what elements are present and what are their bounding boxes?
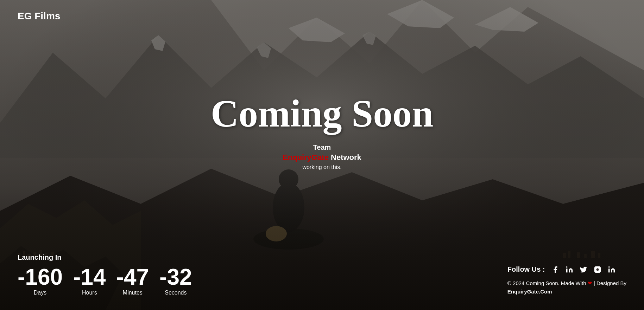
header: EG Films <box>0 0 644 32</box>
working-text: working on this. <box>302 164 341 170</box>
network-line: EnquiryGate Network <box>283 153 361 162</box>
social-area: Follow Us : <box>507 265 626 296</box>
brand-white-text: Network <box>329 153 361 162</box>
seconds-label: Seconds <box>165 290 187 296</box>
heart-icon: ❤ <box>588 280 592 286</box>
twitter-icon[interactable] <box>580 266 587 273</box>
hours-label: Hours <box>82 290 97 296</box>
svg-point-31 <box>566 266 567 267</box>
page-title: Coming Soon <box>211 94 434 133</box>
days-value: -160 <box>18 266 63 288</box>
linkedin2-icon[interactable] <box>608 266 615 273</box>
copyright-line1: © 2024 Coming Soon. Made With ❤ | Design… <box>507 280 626 286</box>
team-label: Team <box>313 143 331 151</box>
follow-label: Follow Us : <box>507 265 545 273</box>
copyright-prefix: © 2024 Coming Soon. Made With <box>507 280 586 286</box>
bottom-section: Launching In -160 Days -14 Hours -47 Min… <box>0 246 644 310</box>
minutes-value: -47 <box>116 266 149 288</box>
brand-red-text: EnquiryGate <box>283 153 329 162</box>
days-label: Days <box>34 290 46 296</box>
countdown-numbers: -160 Days -14 Hours -47 Minutes -32 Seco… <box>18 266 192 296</box>
hours-value: -14 <box>73 266 106 288</box>
designed-by-text: | Designed By <box>594 280 626 286</box>
instagram-icon[interactable] <box>594 266 601 273</box>
svg-point-34 <box>608 266 610 267</box>
designer-link[interactable]: EnquiryGate.Com <box>507 289 552 295</box>
logo: EG Films <box>18 11 626 22</box>
facebook-icon[interactable] <box>551 266 559 273</box>
countdown-seconds: -32 Seconds <box>159 266 192 296</box>
minutes-label: Minutes <box>123 290 143 296</box>
hero-section: Coming Soon Team EnquiryGate Network wor… <box>0 32 644 246</box>
page-wrapper: EG Films Coming Soon Team EnquiryGate Ne… <box>0 0 644 310</box>
launching-label: Launching In <box>18 253 192 261</box>
copyright-text: © 2024 Coming Soon. Made With ❤ | Design… <box>507 279 626 296</box>
countdown-minutes: -47 Minutes <box>116 266 149 296</box>
content-overlay: EG Films Coming Soon Team EnquiryGate Ne… <box>0 0 644 310</box>
follow-row: Follow Us : <box>507 265 615 273</box>
linkedin-icon[interactable] <box>566 266 573 273</box>
countdown-area: Launching In -160 Days -14 Hours -47 Min… <box>18 253 192 296</box>
seconds-value: -32 <box>159 266 192 288</box>
countdown-hours: -14 Hours <box>73 266 106 296</box>
countdown-days: -160 Days <box>18 266 63 296</box>
